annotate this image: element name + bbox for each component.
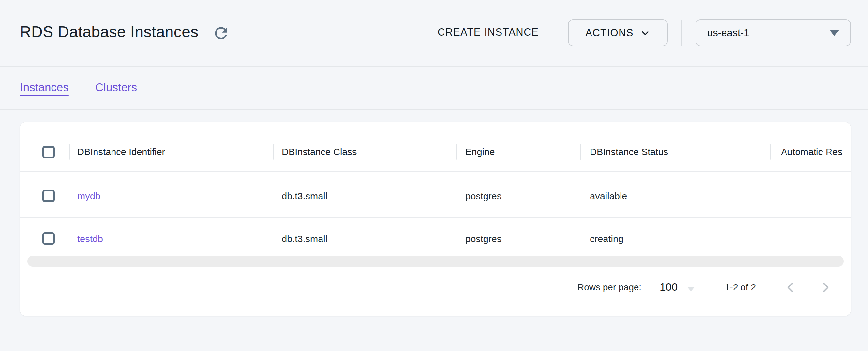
cell-class: db.t3.small bbox=[282, 234, 328, 245]
header-row-divider bbox=[20, 171, 851, 172]
cell-class: db.t3.small bbox=[282, 191, 328, 202]
pagination-range: 1-2 of 2 bbox=[725, 282, 756, 293]
region-selector-value: us-east-1 bbox=[707, 27, 749, 39]
cell-status: creating bbox=[590, 234, 623, 245]
cell-status: available bbox=[590, 191, 627, 202]
instance-link[interactable]: mydb bbox=[77, 191, 100, 202]
row-divider bbox=[20, 217, 851, 218]
header-divider bbox=[0, 66, 868, 67]
cell-engine: postgres bbox=[465, 191, 501, 202]
column-header-automatic-res[interactable]: Automatic Res bbox=[781, 147, 843, 157]
next-page-button[interactable] bbox=[817, 280, 833, 295]
refresh-button[interactable] bbox=[212, 24, 230, 42]
column-header-class[interactable]: DBInstance Class bbox=[282, 147, 357, 157]
select-all-checkbox[interactable] bbox=[42, 146, 55, 158]
horizontal-scrollbar[interactable] bbox=[27, 256, 843, 266]
cell-engine: postgres bbox=[465, 234, 501, 245]
row-checkbox[interactable] bbox=[42, 190, 55, 202]
rows-per-page-caret-icon[interactable] bbox=[687, 287, 695, 291]
region-caret-icon bbox=[830, 30, 839, 36]
actions-button-label: ACTIONS bbox=[585, 27, 633, 39]
tabs-divider bbox=[0, 109, 868, 110]
rows-per-page-select[interactable]: 100 bbox=[660, 281, 678, 293]
column-separator[interactable] bbox=[273, 144, 274, 160]
column-header-engine[interactable]: Engine bbox=[465, 147, 495, 157]
page-title: RDS Database Instances bbox=[20, 23, 198, 41]
tab-instances[interactable]: Instances bbox=[20, 81, 69, 94]
actions-button[interactable]: ACTIONS bbox=[568, 19, 668, 46]
create-instance-button[interactable]: CREATE INSTANCE bbox=[438, 26, 539, 38]
rows-per-page-label: Rows per page: bbox=[578, 282, 641, 293]
column-separator[interactable] bbox=[770, 144, 771, 160]
instance-link[interactable]: testdb bbox=[77, 234, 103, 245]
chevron-down-icon bbox=[640, 28, 651, 38]
chevron-right-icon bbox=[817, 280, 833, 295]
region-selector[interactable]: us-east-1 bbox=[695, 19, 851, 46]
chevron-left-icon bbox=[783, 280, 799, 295]
column-separator[interactable] bbox=[456, 144, 457, 160]
column-header-identifier[interactable]: DBInstance Identifier bbox=[77, 147, 165, 157]
column-header-status[interactable]: DBInstance Status bbox=[590, 147, 668, 157]
refresh-icon bbox=[212, 24, 230, 42]
instances-table-card: DBInstance Identifier DBInstance Class E… bbox=[20, 122, 851, 316]
column-separator[interactable] bbox=[580, 144, 581, 160]
column-separator[interactable] bbox=[69, 144, 70, 160]
toolbar-divider bbox=[681, 20, 682, 45]
row-checkbox[interactable] bbox=[42, 232, 55, 245]
rds-instances-page: RDS Database Instances CREATE INSTANCE A… bbox=[0, 0, 868, 351]
previous-page-button[interactable] bbox=[783, 280, 799, 295]
tab-clusters[interactable]: Clusters bbox=[95, 81, 137, 94]
